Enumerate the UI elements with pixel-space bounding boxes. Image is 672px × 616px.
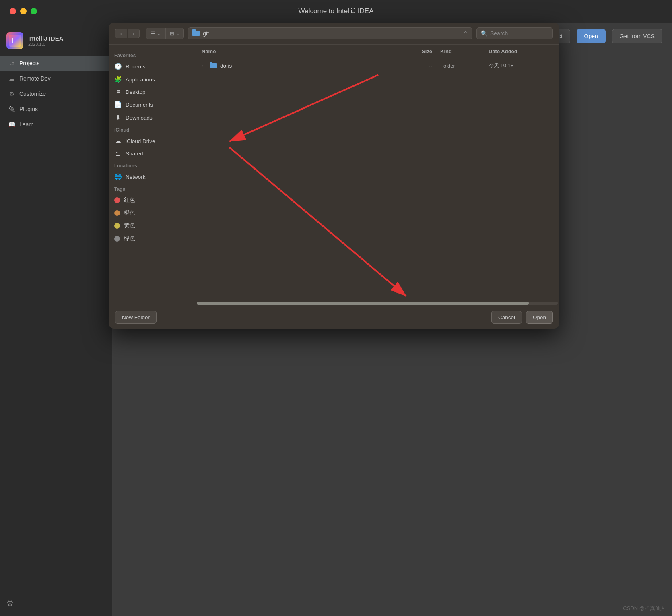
applications-label: Applications: [126, 76, 155, 83]
sidebar-item-tag-orange[interactable]: 橙色: [109, 207, 195, 219]
list-icon: ☰: [150, 31, 155, 37]
traffic-lights: [10, 8, 37, 14]
sidebar-label-learn: Learn: [19, 121, 34, 128]
sidebar-item-remote-dev[interactable]: ☁ Remote Dev: [0, 71, 112, 86]
sidebar-item-shared[interactable]: 🗂 Shared: [109, 147, 195, 160]
svg-rect-0: [9, 35, 21, 47]
dialog-bottom-bar: New Folder Cancel Open: [109, 306, 559, 329]
dialog-search-icon: 🔍: [481, 30, 488, 37]
sidebar-item-projects[interactable]: 🗂 Projects: [0, 56, 112, 71]
horizontal-scrollbar[interactable]: [195, 300, 559, 306]
forward-button[interactable]: ›: [128, 29, 140, 38]
column-kind[interactable]: Kind: [440, 48, 489, 54]
location-bar[interactable]: git ⌃: [188, 27, 472, 39]
location-chevron-icon: ⌃: [463, 30, 468, 37]
maximize-button[interactable]: [31, 8, 37, 14]
list-view-button[interactable]: ☰ ⌄: [146, 28, 165, 39]
learn-icon: 📖: [8, 121, 15, 128]
app-version: 2023.1.0: [28, 42, 64, 47]
cancel-button[interactable]: Cancel: [491, 311, 522, 324]
recents-icon: 🕐: [114, 63, 122, 70]
intellij-sidebar: I IntelliJ IDEA 2023.1.0 🗂 Projects ☁ Re…: [0, 23, 113, 616]
dialog-search-input[interactable]: 🔍 Search: [476, 27, 553, 39]
open-button[interactable]: Open: [577, 29, 606, 43]
sidebar-item-learn[interactable]: 📖 Learn: [0, 117, 112, 132]
grid-icon: ⊞: [170, 31, 174, 37]
tag-red-label: 红色: [124, 196, 135, 204]
sidebar-item-tag-grey[interactable]: 绿色: [109, 232, 195, 245]
shared-icon: 🗂: [114, 150, 122, 157]
sidebar-label-remote-dev: Remote Dev: [19, 75, 51, 82]
sidebar-item-plugins[interactable]: 🔌 Plugins: [0, 101, 112, 117]
icloud-section-title: iCloud: [109, 124, 195, 134]
get-from-vcs-button[interactable]: Get from VCS: [612, 29, 662, 43]
icloud-drive-icon: ☁: [114, 137, 122, 145]
locations-section-title: Locations: [109, 160, 195, 170]
documents-icon: 📄: [114, 101, 122, 108]
customize-icon: ⚙: [8, 90, 15, 97]
icloud-drive-label: iCloud Drive: [126, 138, 155, 144]
svg-text:I: I: [11, 37, 13, 45]
documents-label: Documents: [126, 102, 153, 108]
window-title: Welcome to IntelliJ IDEA: [299, 7, 374, 15]
minimize-button[interactable]: [20, 8, 27, 14]
folder-icon-small: [210, 63, 217, 68]
app-name: IntelliJ IDEA: [28, 35, 64, 42]
file-name: doris: [220, 63, 232, 69]
sidebar-item-downloads[interactable]: ⬇ Downloads: [109, 111, 195, 124]
recents-label: Recents: [126, 64, 146, 70]
file-list-header: Name Size Kind Date Added: [195, 45, 559, 58]
back-button[interactable]: ‹: [115, 29, 127, 38]
column-date-added[interactable]: Date Added: [489, 48, 553, 54]
plugins-icon: 🔌: [8, 105, 15, 113]
table-row[interactable]: › doris -- Folder 今天 10:18: [195, 58, 559, 73]
nav-buttons: ‹ ›: [115, 29, 140, 38]
sidebar-item-icloud-drive[interactable]: ☁ iCloud Drive: [109, 134, 195, 147]
network-label: Network: [126, 174, 146, 180]
sidebar-item-desktop[interactable]: 🖥 Desktop: [109, 86, 195, 98]
open-folder-button[interactable]: Open: [526, 311, 553, 324]
file-name-cell: › doris: [202, 63, 400, 69]
settings-button[interactable]: ⚙: [6, 598, 14, 608]
file-chooser-dialog: ‹ › ☰ ⌄ ⊞ ⌄ git ⌃ 🔍 Search Favorites: [109, 23, 559, 329]
shared-label: Shared: [126, 151, 143, 157]
projects-icon: 🗂: [8, 60, 15, 67]
current-location: git: [203, 30, 209, 37]
sidebar-item-recents[interactable]: 🕐 Recents: [109, 60, 195, 73]
app-logo: I: [6, 32, 23, 49]
watermark: CSDN @乙真仙人: [623, 605, 666, 612]
downloads-icon: ⬇: [114, 114, 122, 121]
tag-yellow-label: 黄色: [124, 222, 135, 229]
close-button[interactable]: [10, 8, 16, 14]
file-list-area: Name Size Kind Date Added › doris -- Fol…: [195, 45, 559, 306]
sidebar-item-customize[interactable]: ⚙ Customize: [0, 86, 112, 101]
file-list-body: › doris -- Folder 今天 10:18: [195, 58, 559, 300]
file-size: --: [400, 63, 440, 69]
tags-section-title: Tags: [109, 183, 195, 194]
app-name-area: IntelliJ IDEA 2023.1.0: [28, 35, 64, 47]
applications-icon: 🧩: [114, 76, 122, 83]
app-logo-area: I IntelliJ IDEA 2023.1.0: [0, 29, 112, 56]
new-folder-button[interactable]: New Folder: [115, 311, 157, 324]
list-chevron-icon: ⌄: [157, 31, 161, 36]
tag-grey-label: 绿色: [124, 235, 135, 242]
sidebar-item-documents[interactable]: 📄 Documents: [109, 98, 195, 111]
downloads-label: Downloads: [126, 115, 153, 121]
dialog-sidebar: Favorites 🕐 Recents 🧩 Applications 🖥 Des…: [109, 45, 195, 306]
sidebar-item-tag-red[interactable]: 红色: [109, 194, 195, 207]
scrollbar-thumb[interactable]: [197, 302, 529, 305]
sidebar-item-applications[interactable]: 🧩 Applications: [109, 73, 195, 86]
expand-chevron-icon: ›: [202, 63, 206, 68]
title-bar: Welcome to IntelliJ IDEA: [0, 0, 672, 23]
column-size[interactable]: Size: [400, 48, 440, 54]
column-name[interactable]: Name: [202, 48, 400, 54]
file-kind: Folder: [440, 63, 489, 69]
grid-chevron-icon: ⌄: [176, 31, 179, 36]
dialog-toolbar: ‹ › ☰ ⌄ ⊞ ⌄ git ⌃ 🔍 Search: [109, 23, 559, 45]
sidebar-item-tag-yellow[interactable]: 黄色: [109, 219, 195, 232]
tag-yellow-dot: [114, 223, 120, 229]
sidebar-label-plugins: Plugins: [19, 106, 38, 112]
sidebar-item-network[interactable]: 🌐 Network: [109, 170, 195, 183]
grid-view-button[interactable]: ⊞ ⌄: [165, 28, 184, 39]
remote-dev-icon: ☁: [8, 75, 15, 82]
